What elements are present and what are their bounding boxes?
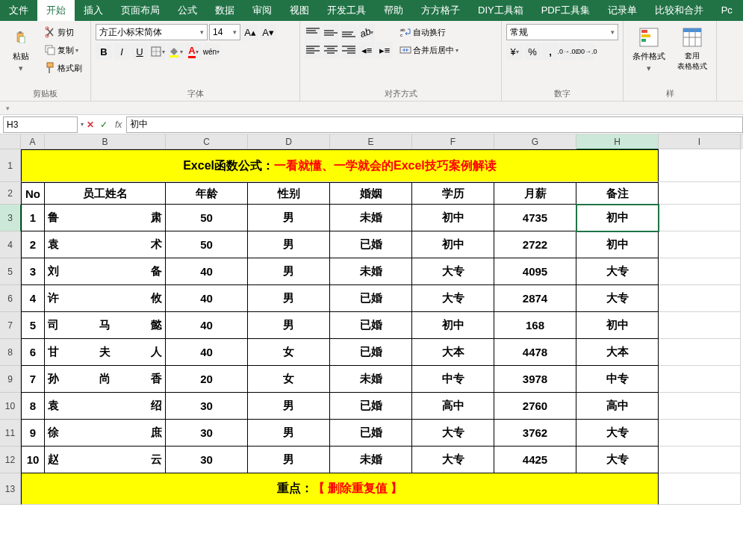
cell-G7[interactable]: 168 (494, 312, 576, 339)
col-header-D[interactable]: D (248, 134, 330, 149)
cut-button[interactable]: 剪切 (40, 24, 86, 40)
cell-H4[interactable]: 初中 (576, 231, 659, 258)
copy-button[interactable]: 复制▾ (40, 42, 86, 58)
table-style-button[interactable]: 套用 表格格式 (673, 24, 712, 73)
paste-button[interactable]: 粘贴 ▾ (4, 24, 37, 75)
cell-F9[interactable]: 中专 (412, 366, 494, 393)
format-painter-button[interactable]: 格式刷 (40, 60, 86, 76)
cell-C7[interactable]: 40 (166, 312, 248, 339)
increase-indent-button[interactable]: ▸≡ (376, 42, 393, 58)
decrease-font-button[interactable]: A▾ (260, 24, 276, 40)
cell-B10[interactable]: 袁绍 (45, 393, 166, 420)
cell-D6[interactable]: 男 (248, 285, 330, 312)
cell-A12[interactable]: 10 (21, 447, 45, 473)
row-header-10[interactable]: 10 (0, 393, 21, 420)
cell-G10[interactable]: 2760 (494, 393, 576, 420)
cell-I10[interactable] (659, 393, 741, 420)
tab-11[interactable]: DIY工具箱 (469, 0, 532, 21)
confirm-button[interactable]: ✓ (97, 119, 111, 130)
cell-C4[interactable]: 50 (166, 231, 248, 258)
row-header-11[interactable]: 11 (0, 420, 21, 447)
row-header-6[interactable]: 6 (0, 285, 21, 312)
conditional-formatting-button[interactable]: 条件格式 ▾ (628, 24, 670, 75)
cell-B4[interactable]: 袁术 (45, 231, 166, 258)
align-top-button[interactable] (305, 24, 321, 40)
cell-A4[interactable]: 2 (21, 231, 45, 258)
cell-E8[interactable]: 已婚 (330, 339, 412, 366)
align-right-button[interactable] (341, 42, 357, 58)
row-header-8[interactable]: 8 (0, 339, 21, 366)
cell-I11[interactable] (659, 420, 741, 447)
header-1[interactable]: 员工姓名 (45, 182, 166, 205)
tab-1[interactable]: 开始 (37, 0, 75, 21)
col-header-I[interactable]: I (659, 134, 741, 149)
accounting-format-button[interactable]: ¥▾ (506, 43, 523, 60)
align-bottom-button[interactable] (341, 24, 357, 40)
percent-format-button[interactable]: % (524, 43, 541, 60)
merge-center-button[interactable]: 合并后居中▾ (396, 42, 462, 58)
cell-D3[interactable]: 男 (248, 205, 330, 231)
number-format-combo[interactable]: 常规 (506, 24, 618, 40)
cell-H7[interactable]: 初中 (576, 312, 659, 339)
tab-15[interactable]: Pc (712, 0, 742, 21)
col-header-H[interactable]: H (576, 134, 659, 149)
cell-E11[interactable]: 已婚 (330, 420, 412, 447)
underline-button[interactable]: U (131, 43, 148, 60)
font-color-button[interactable]: A▾ (185, 43, 202, 60)
cell-I1[interactable] (659, 149, 741, 182)
header-3[interactable]: 性别 (248, 182, 330, 205)
phonetic-button[interactable]: wén▾ (203, 43, 220, 60)
cell-B5[interactable]: 刘备 (45, 258, 166, 285)
align-middle-button[interactable] (323, 24, 339, 40)
cell-I6[interactable] (659, 285, 741, 312)
cell-H11[interactable]: 大专 (576, 420, 659, 447)
cell-D10[interactable]: 男 (248, 393, 330, 420)
cell-H5[interactable]: 大专 (576, 258, 659, 285)
cell-C3[interactable]: 50 (166, 205, 248, 231)
font-size-combo[interactable]: 14 (209, 24, 240, 40)
row-header-4[interactable]: 4 (0, 231, 21, 258)
cell-G4[interactable]: 2722 (494, 231, 576, 258)
cell-D8[interactable]: 女 (248, 339, 330, 366)
tab-4[interactable]: 公式 (169, 0, 206, 21)
cell-C10[interactable]: 30 (166, 393, 248, 420)
orientation-button[interactable]: ab▾ (358, 24, 375, 40)
cell-D7[interactable]: 男 (248, 312, 330, 339)
cell-E4[interactable]: 已婚 (330, 231, 412, 258)
cell-H12[interactable]: 大专 (576, 447, 659, 473)
formula-input[interactable] (126, 116, 743, 133)
cancel-button[interactable]: ✕ (84, 119, 97, 130)
cell-F3[interactable]: 初中 (412, 205, 494, 231)
cell-E10[interactable]: 已婚 (330, 393, 412, 420)
row-header-1[interactable]: 1 (0, 149, 21, 182)
cell-A3[interactable]: 1 (21, 205, 45, 231)
footer-cell[interactable]: 重点：【 删除重复值 】 (21, 473, 659, 505)
font-name-combo[interactable]: 方正小标宋简体 (96, 24, 208, 40)
tab-5[interactable]: 数据 (206, 0, 243, 21)
cell-I9[interactable] (659, 366, 741, 393)
cell-G9[interactable]: 3978 (494, 366, 576, 393)
decrease-indent-button[interactable]: ◂≡ (358, 42, 375, 58)
cell-G11[interactable]: 3762 (494, 420, 576, 447)
decrease-decimal-button[interactable]: .00→.0 (578, 43, 594, 60)
align-left-button[interactable] (305, 42, 321, 58)
tab-14[interactable]: 比较和合并 (646, 0, 712, 21)
tab-3[interactable]: 页面布局 (112, 0, 169, 21)
cell-B11[interactable]: 徐庶 (45, 420, 166, 447)
fx-icon[interactable]: fx (111, 119, 126, 130)
cell-F10[interactable]: 高中 (412, 393, 494, 420)
fill-color-button[interactable]: ▾ (167, 43, 184, 60)
cell-G5[interactable]: 4095 (494, 258, 576, 285)
cell-H9[interactable]: 中专 (576, 366, 659, 393)
cell-H10[interactable]: 高中 (576, 393, 659, 420)
cell-D12[interactable]: 男 (248, 447, 330, 473)
cell-I8[interactable] (659, 339, 741, 366)
cell-G3[interactable]: 4735 (494, 205, 576, 231)
cell-G6[interactable]: 2874 (494, 285, 576, 312)
align-center-button[interactable] (323, 42, 339, 58)
spreadsheet-grid[interactable]: ABCDEFGHI 12345678910111213 Excel函数公式：一看… (0, 134, 743, 556)
col-header-E[interactable]: E (330, 134, 412, 149)
header-0[interactable]: No (21, 182, 45, 205)
name-box[interactable] (3, 116, 78, 133)
cell-F11[interactable]: 大专 (412, 420, 494, 447)
